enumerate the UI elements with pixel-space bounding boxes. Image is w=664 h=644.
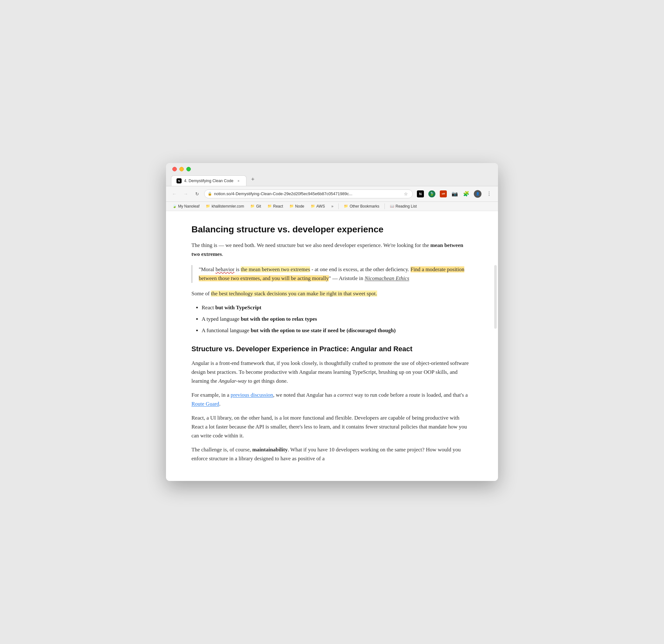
bookmark-star-icon[interactable]: ☆ — [404, 191, 408, 196]
bookmark-node-label: Node — [295, 204, 304, 209]
paragraph-for-example: For example, in a previous discussion, w… — [191, 391, 473, 408]
bookmarks-divider-2 — [385, 203, 385, 209]
lock-icon: 🔒 — [208, 192, 212, 196]
italic-nicomachean: Nicomachean Ethics — [365, 275, 409, 281]
italic-correct: correct — [337, 392, 353, 398]
scrollbar[interactable] — [494, 265, 497, 329]
tabs-bar: N 4. Demystifying Clean Code × + — [171, 174, 493, 186]
folder-icon-aws: 📁 — [311, 204, 315, 208]
reading-list[interactable]: 📖 Reading List — [387, 203, 419, 210]
chrome-menu-button[interactable]: ⋮ — [484, 189, 494, 199]
extensions-puzzle-icon[interactable]: 🧩 — [461, 189, 471, 199]
new-tab-button[interactable]: + — [248, 174, 258, 185]
heading-balancing: Balancing structure vs. developer experi… — [191, 224, 473, 235]
tab-close-button[interactable]: × — [236, 178, 241, 184]
highlight-mean-extremes: the mean between two extremes — [241, 266, 310, 273]
bookmark-aws[interactable]: 📁 AWS — [308, 203, 328, 210]
folder-icon-react: 📁 — [267, 204, 272, 208]
off-label: off — [442, 192, 445, 195]
tab-favicon: N — [177, 178, 182, 184]
minimize-button[interactable] — [179, 167, 184, 171]
nanoleaf-icon: 🍃 — [172, 204, 177, 208]
spell-check-behavior: behavior — [215, 266, 234, 273]
bookmark-aws-label: AWS — [316, 204, 325, 209]
paragraph-react-flexible: React, a UI library, on the other hand, … — [191, 413, 473, 440]
url-bar[interactable]: 🔒 notion.so/4-Demystifying-Clean-Code-29… — [204, 190, 413, 198]
bold-maintainability: maintainability — [252, 447, 288, 453]
bookmark-khalil-label: khalilstemmler.com — [211, 204, 244, 209]
bookmark-react[interactable]: 📁 React — [265, 203, 286, 210]
forward-button[interactable]: → — [181, 190, 190, 198]
link-route-guard[interactable]: Route Guard — [191, 401, 219, 407]
folder-icon-khalil: 📁 — [206, 204, 210, 208]
back-button[interactable]: ← — [170, 190, 179, 198]
paragraph-challenge: The challenge is, of course, maintainabi… — [191, 445, 473, 463]
reading-list-label: Reading List — [396, 204, 417, 209]
toolbar-extensions: N 🍃 off 📷 🧩 👤 ⋮ — [415, 189, 494, 199]
screenshot-extension-icon[interactable]: 📷 — [450, 189, 460, 199]
page-content: Balancing structure vs. developer experi… — [166, 211, 498, 481]
bookmark-node[interactable]: 📁 Node — [287, 203, 307, 210]
bookmark-git[interactable]: 📁 Git — [248, 203, 263, 210]
refresh-button[interactable]: ↻ — [193, 190, 202, 198]
list-item-react: React but with TypeScript — [202, 303, 473, 312]
reading-list-icon: 📖 — [390, 204, 394, 208]
bookmark-nanoleaf[interactable]: 🍃 My Nanoleaf — [170, 203, 202, 210]
other-bookmarks-icon: 📁 — [344, 204, 348, 208]
other-bookmarks[interactable]: 📁 Other Bookmarks — [341, 203, 381, 210]
heading-angular-react: Structure vs. Developer Experience in Pr… — [191, 345, 473, 354]
maximize-button[interactable] — [186, 167, 191, 171]
list-item-functional: A functional language but with the optio… — [202, 326, 473, 335]
url-text: notion.so/4-Demystifying-Clean-Code-29e2… — [214, 191, 402, 196]
paragraph-intro: The thing is — we need both. We need str… — [191, 241, 473, 259]
blockquote-aristotle: "Moral behavior is the mean between two … — [191, 265, 473, 283]
bookmark-nanoleaf-label: My Nanoleaf — [178, 204, 200, 209]
bookmark-react-label: React — [273, 204, 283, 209]
traffic-lights — [171, 167, 493, 171]
browser-window: N 4. Demystifying Clean Code × + ← → ↻ 🔒… — [166, 163, 498, 481]
address-bar: ← → ↻ 🔒 notion.so/4-Demystifying-Clean-C… — [166, 186, 498, 202]
bookmarks-bar: 🍃 My Nanoleaf 📁 khalilstemmler.com 📁 Git… — [166, 202, 498, 211]
paragraph-best-decisions: Some of the best technology stack decisi… — [191, 289, 473, 298]
title-bar: N 4. Demystifying Clean Code × + — [166, 163, 498, 186]
active-tab[interactable]: N 4. Demystifying Clean Code × — [171, 175, 246, 186]
tab-title: 4. Demystifying Clean Code — [184, 179, 233, 183]
close-button[interactable] — [172, 167, 177, 171]
notion-extension-icon[interactable]: N — [415, 189, 426, 199]
bullet-list: React but with TypeScript A typed langua… — [202, 303, 473, 335]
folder-icon-node: 📁 — [289, 204, 294, 208]
profile-avatar[interactable]: 👤 — [473, 189, 483, 199]
link-previous-discussion[interactable]: previous discussion — [231, 392, 273, 398]
other-bookmarks-label: Other Bookmarks — [350, 204, 379, 209]
italic-angular-way: Angular-way — [219, 378, 246, 384]
bookmarks-divider — [338, 203, 339, 209]
bookmarks-more-button[interactable]: » — [329, 203, 336, 210]
bookmark-git-label: Git — [256, 204, 261, 209]
folder-icon-git: 📁 — [250, 204, 255, 208]
red-extension-icon[interactable]: off — [438, 189, 449, 199]
green-extension-icon[interactable]: 🍃 — [427, 189, 437, 199]
paragraph-angular: Angular is a front-end framework that, i… — [191, 359, 473, 386]
highlight-sweet-spot: the best technology stack decisions you … — [211, 291, 377, 297]
list-item-typed: A typed language but with the option to … — [202, 315, 473, 324]
bookmark-khalil[interactable]: 📁 khalilstemmler.com — [203, 203, 246, 210]
